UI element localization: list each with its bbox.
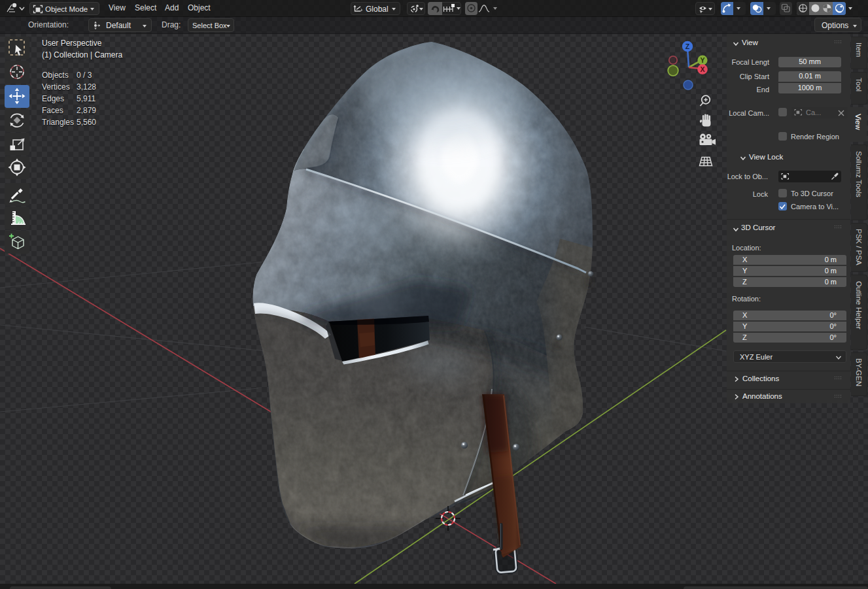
svg-text:Z: Z xyxy=(686,42,690,50)
svg-text:X: X xyxy=(700,65,704,73)
svg-text:Y: Y xyxy=(700,56,704,64)
